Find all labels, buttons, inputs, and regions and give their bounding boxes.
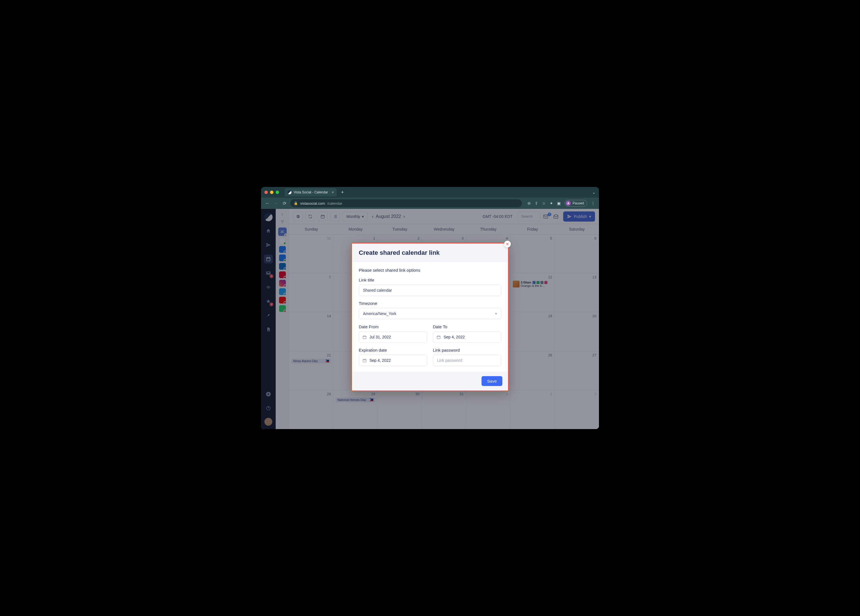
calendar-icon xyxy=(363,358,367,363)
svg-rect-11 xyxy=(437,336,440,339)
paused-label: Paused xyxy=(573,201,584,205)
profile-initial: A xyxy=(566,201,571,206)
date-to-value: Sep 4, 2022 xyxy=(444,335,465,339)
calendar-icon xyxy=(436,335,441,339)
date-from-value: Jul 31, 2022 xyxy=(369,335,391,339)
kebab-menu-icon[interactable]: ⋮ xyxy=(591,201,595,205)
expiration-value: Sep 4, 2022 xyxy=(369,358,391,363)
link-title-label: Link title xyxy=(359,277,501,282)
expiration-input[interactable]: Sep 4, 2022 xyxy=(359,355,427,366)
password-placeholder: Link password xyxy=(437,358,462,363)
window-controls xyxy=(264,191,279,194)
window-maximize-button[interactable] xyxy=(276,191,279,194)
share-link-modal: ✕ Create shared calendar link Please sel… xyxy=(351,243,509,391)
toolbar-row: ← → ⟳ 🔒 vistasocial.com/calendar ⊖ ⇪ ☆ ✦… xyxy=(261,197,599,209)
tab-menu-button[interactable]: ⌄ xyxy=(592,190,596,194)
modal-scrim[interactable]: ✕ Create shared calendar link Please sel… xyxy=(261,209,599,429)
browser-chrome: Vista Social - Calendar × + ⌄ ← → ⟳ 🔒 vi… xyxy=(261,187,599,209)
link-title-input[interactable]: Shared calendar xyxy=(359,285,501,296)
save-button[interactable]: Save xyxy=(482,376,502,386)
lock-icon: 🔒 xyxy=(294,201,298,205)
zoom-icon[interactable]: ⊖ xyxy=(527,201,531,205)
profile-paused-chip[interactable]: A Paused xyxy=(565,200,587,207)
panel-icon[interactable]: ▣ xyxy=(557,201,561,205)
tab-strip: Vista Social - Calendar × + ⌄ xyxy=(261,187,599,197)
link-title-value: Shared calendar xyxy=(363,288,392,293)
svg-rect-10 xyxy=(363,336,366,339)
modal-close-button[interactable]: ✕ xyxy=(504,241,511,248)
share-icon[interactable]: ⇪ xyxy=(535,201,538,205)
modal-subtitle: Please select shared link options xyxy=(359,268,501,273)
modal-title: Create shared calendar link xyxy=(359,249,501,257)
window-close-button[interactable] xyxy=(264,191,268,194)
new-tab-button[interactable]: + xyxy=(339,189,346,196)
svg-rect-12 xyxy=(363,359,366,362)
timezone-value: America/New_York xyxy=(363,311,397,316)
url-host: vistasocial.com xyxy=(300,201,325,205)
tab-title: Vista Social - Calendar xyxy=(294,190,328,194)
browser-tab[interactable]: Vista Social - Calendar × xyxy=(285,188,337,196)
date-to-label: Date To xyxy=(433,324,501,329)
expiration-label: Expiration date xyxy=(359,348,427,353)
nav-reload-button[interactable]: ⟳ xyxy=(282,201,287,206)
address-bar[interactable]: 🔒 vistasocial.com/calendar xyxy=(290,199,522,207)
date-from-input[interactable]: Jul 31, 2022 xyxy=(359,331,427,343)
browser-window: Vista Social - Calendar × + ⌄ ← → ⟳ 🔒 vi… xyxy=(261,187,599,429)
timezone-select[interactable]: America/New_York ▼ xyxy=(359,308,501,319)
modal-body: Please select shared link options Link t… xyxy=(352,262,508,371)
password-input[interactable]: Link password xyxy=(433,355,501,366)
chevron-down-icon: ▼ xyxy=(494,312,497,315)
tab-favicon xyxy=(287,190,292,194)
date-from-label: Date From xyxy=(359,324,427,329)
date-to-input[interactable]: Sep 4, 2022 xyxy=(433,331,501,343)
modal-footer: Save xyxy=(352,371,508,390)
window-minimize-button[interactable] xyxy=(270,191,273,194)
calendar-icon xyxy=(363,335,367,339)
extensions-icon[interactable]: ✦ xyxy=(550,201,553,205)
modal-header: Create shared calendar link xyxy=(352,243,508,262)
bookmark-icon[interactable]: ☆ xyxy=(542,201,546,205)
nav-back-button[interactable]: ← xyxy=(265,201,270,206)
url-path: /calendar xyxy=(327,201,342,205)
nav-forward-button[interactable]: → xyxy=(273,201,278,206)
timezone-field-label: Timezone xyxy=(359,301,501,306)
save-label: Save xyxy=(487,379,497,384)
password-label: Link password xyxy=(433,348,501,353)
addr-actions: ⊖ ⇪ ☆ ✦ ▣ A Paused ⋮ xyxy=(527,200,595,207)
tab-close-button[interactable]: × xyxy=(332,190,334,194)
app-root: 31 4 4 › JC9 xyxy=(261,209,599,429)
